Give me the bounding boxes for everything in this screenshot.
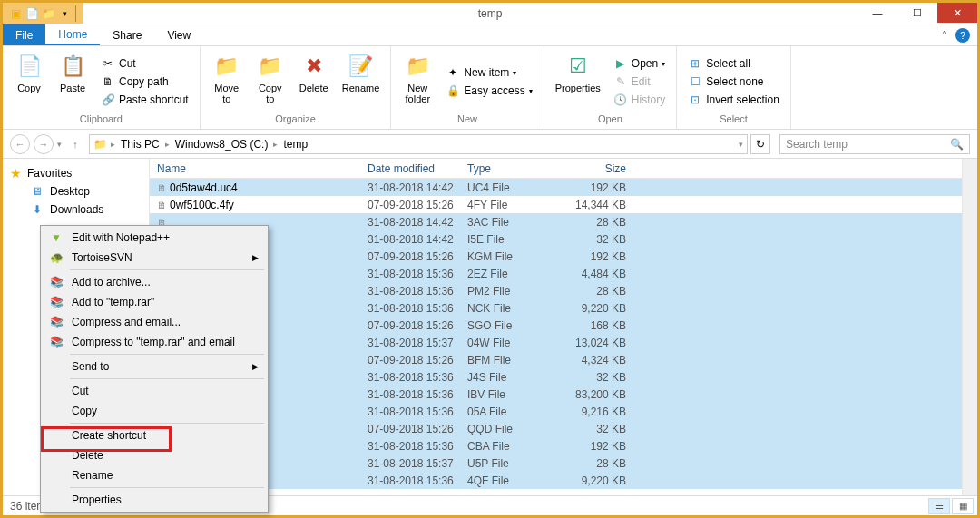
file-type: BFM File xyxy=(467,354,563,367)
file-row[interactable]: 🗎31-08-2018 14:42I5E File32 KB xyxy=(150,230,962,248)
properties-button[interactable]: ☑Properties xyxy=(552,50,604,113)
rename-button[interactable]: 📝Rename xyxy=(338,50,384,113)
file-row[interactable]: 🗎31-08-2018 15:36PM2 File28 KB xyxy=(150,282,962,299)
file-row[interactable]: 🗎31-08-2018 15:36IBV File83,200 KB xyxy=(150,386,962,403)
search-input[interactable]: Search temp 🔍 xyxy=(779,134,970,154)
ctx-send-to[interactable]: Send to▶ xyxy=(43,357,266,376)
tab-file[interactable]: File xyxy=(3,24,45,45)
easy-access-button[interactable]: 🔒Easy access ▾ xyxy=(442,83,535,99)
col-name-header[interactable]: Name xyxy=(150,162,368,175)
ctx-delete[interactable]: Delete xyxy=(43,445,266,465)
tree-desktop[interactable]: 🖥Desktop xyxy=(3,182,149,200)
file-row[interactable]: 🗎31-08-2018 15:37U5P File28 KB xyxy=(150,454,962,472)
paste-button[interactable]: 📋Paste xyxy=(54,50,92,113)
copy-button[interactable]: 📄Copy xyxy=(10,50,48,113)
new-item-button[interactable]: ✦New item ▾ xyxy=(442,64,535,81)
title-bar: ▣ 📄 📁 ▾ temp — ☐ ✕ xyxy=(3,3,977,24)
file-row[interactable]: 🗎07-09-2018 15:26BFM File4,324 KB xyxy=(150,351,962,368)
file-list: Name Date modified Type Size 🗎0d5taw4d.u… xyxy=(150,159,962,495)
tab-share[interactable]: Share xyxy=(100,24,154,45)
cut-button[interactable]: ✂Cut xyxy=(97,55,192,72)
col-type-header[interactable]: Type xyxy=(467,162,563,175)
file-type: KGM File xyxy=(467,250,563,263)
close-button[interactable]: ✕ xyxy=(937,3,977,23)
ctx-create-shortcut[interactable]: Create shortcut xyxy=(43,425,266,445)
group-clipboard-label: Clipboard xyxy=(80,113,122,126)
folder-icon[interactable]: 📁 xyxy=(41,6,55,21)
file-type: 2EZ File xyxy=(467,268,563,280)
address-dropdown-icon[interactable]: ▾ xyxy=(739,140,743,149)
edit-button[interactable]: ✎Edit xyxy=(610,73,669,90)
back-button[interactable]: ← xyxy=(10,134,30,154)
breadcrumb-drive[interactable]: Windows8_OS (C:) xyxy=(173,138,270,151)
breadcrumb-thispc[interactable]: This PC xyxy=(119,138,162,151)
refresh-button[interactable]: ↻ xyxy=(750,134,770,154)
delete-button[interactable]: ✖Delete xyxy=(295,50,333,113)
ribbon-collapse-icon[interactable]: ˄ xyxy=(942,30,946,40)
minimize-button[interactable]: — xyxy=(858,3,897,23)
ctx-rename[interactable]: Rename xyxy=(43,465,266,485)
file-row[interactable]: 🗎0wf5100c.4fy07-09-2018 15:264FY File14,… xyxy=(150,196,962,213)
col-date-header[interactable]: Date modified xyxy=(368,162,467,175)
tree-downloads[interactable]: ⬇Downloads xyxy=(3,200,149,219)
invert-selection-button[interactable]: ⊡Invert selection xyxy=(684,92,783,108)
icons-view-button[interactable]: ▦ xyxy=(952,498,974,514)
tree-favorites[interactable]: ★Favorites xyxy=(3,164,149,182)
maximize-button[interactable]: ☐ xyxy=(897,3,937,23)
file-type: 4FY File xyxy=(467,199,563,211)
forward-button[interactable]: → xyxy=(34,134,54,154)
file-row[interactable]: 🗎07-09-2018 15:26QQD File32 KB xyxy=(150,420,962,437)
ctx-compress-temprar-email[interactable]: 📚Compress to "temp.rar" and email xyxy=(43,332,266,352)
file-type: J4S File xyxy=(467,371,563,384)
ctx-add-temprar[interactable]: 📚Add to "temp.rar" xyxy=(43,292,266,312)
copy-path-button[interactable]: 🗎Copy path xyxy=(97,73,192,90)
file-type: PM2 File xyxy=(467,285,563,298)
open-button[interactable]: ▶Open ▾ xyxy=(610,55,669,72)
file-row[interactable]: 🗎31-08-2018 15:36CBA File192 KB xyxy=(150,437,962,454)
file-date: 31-08-2018 15:36 xyxy=(368,406,467,418)
file-row[interactable]: 🗎07-09-2018 15:26KGM File192 KB xyxy=(150,248,962,265)
file-date: 31-08-2018 15:37 xyxy=(368,457,467,470)
file-row[interactable]: 🗎07-09-2018 15:26SGO File168 KB xyxy=(150,317,962,334)
file-size: 32 KB xyxy=(563,371,626,384)
up-button[interactable]: ↑ xyxy=(65,134,85,154)
breadcrumb-folder[interactable]: temp xyxy=(281,138,309,151)
select-all-button[interactable]: ⊞Select all xyxy=(684,55,783,72)
ctx-tortoisesvn[interactable]: 🐢TortoiseSVN▶ xyxy=(43,248,266,268)
tab-strip: File Home Share View ˄ ? xyxy=(3,24,977,46)
file-row[interactable]: 🗎31-08-2018 14:423AC File28 KB xyxy=(150,213,962,230)
details-view-button[interactable]: ☰ xyxy=(928,498,950,514)
ctx-compress-email[interactable]: 📚Compress and email... xyxy=(43,312,266,332)
col-size-header[interactable]: Size xyxy=(563,162,626,175)
properties-icon[interactable]: 📄 xyxy=(24,6,39,21)
history-button[interactable]: 🕓History xyxy=(610,92,669,108)
vertical-scrollbar[interactable] xyxy=(962,159,977,495)
paste-shortcut-button[interactable]: 🔗Paste shortcut xyxy=(97,92,192,108)
file-type: SGO File xyxy=(467,319,563,332)
qat-dropdown-icon[interactable]: ▾ xyxy=(57,6,72,21)
new-folder-button[interactable]: 📁New folder xyxy=(398,50,436,113)
ctx-copy[interactable]: Copy xyxy=(43,401,266,421)
file-row[interactable]: 🗎31-08-2018 15:362EZ File4,484 KB xyxy=(150,265,962,282)
file-row[interactable]: 🗎31-08-2018 15:36J4S File32 KB xyxy=(150,368,962,386)
quick-access-toolbar: ▣ 📄 📁 ▾ xyxy=(3,3,83,24)
file-row[interactable]: 🗎31-08-2018 15:3605A File9,216 KB xyxy=(150,403,962,420)
select-none-button[interactable]: ☐Select none xyxy=(684,73,783,90)
move-to-button[interactable]: 📁Move to xyxy=(208,50,246,113)
address-bar[interactable]: 📁 ▸ This PC ▸ Windows8_OS (C:) ▸ temp ▾ xyxy=(89,134,748,154)
group-new-label: New xyxy=(457,113,477,126)
file-date: 07-09-2018 15:26 xyxy=(368,199,467,211)
help-icon[interactable]: ? xyxy=(956,28,970,43)
ctx-cut[interactable]: Cut xyxy=(43,381,266,401)
copy-to-button[interactable]: 📁Copy to xyxy=(251,50,289,113)
ctx-properties[interactable]: Properties xyxy=(43,490,266,510)
ctx-add-archive[interactable]: 📚Add to archive... xyxy=(43,272,266,292)
file-row[interactable]: 🗎0d5taw4d.uc431-08-2018 14:42UC4 File192… xyxy=(150,179,962,196)
file-row[interactable]: 🗎31-08-2018 15:3704W File13,024 KB xyxy=(150,334,962,351)
recent-dropdown-icon[interactable]: ▾ xyxy=(57,140,62,149)
file-row[interactable]: 🗎31-08-2018 15:364QF File9,220 KB xyxy=(150,472,962,489)
tab-view[interactable]: View xyxy=(154,24,203,45)
tab-home[interactable]: Home xyxy=(45,24,100,45)
ctx-edit-notepadpp[interactable]: ▼Edit with Notepad++ xyxy=(43,228,266,248)
file-row[interactable]: 🗎31-08-2018 15:36NCK File9,220 KB xyxy=(150,299,962,317)
